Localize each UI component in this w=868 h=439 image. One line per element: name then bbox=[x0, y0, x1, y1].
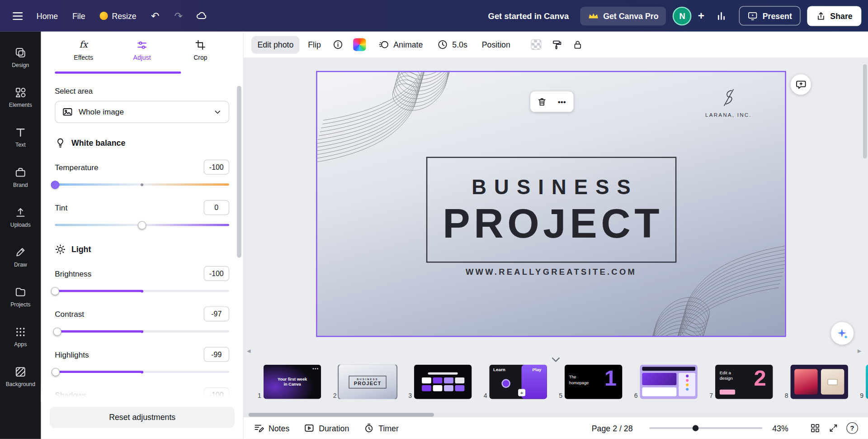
zoom-slider[interactable] bbox=[649, 427, 762, 429]
scroll-right-arrow[interactable]: ▶ bbox=[858, 348, 861, 353]
sidebar-item-brand[interactable]: Brand bbox=[0, 157, 41, 197]
background-icon bbox=[14, 366, 27, 378]
page-thumbnail-9[interactable]: Find inspiration bbox=[866, 365, 868, 399]
resize-button[interactable]: Resize bbox=[93, 6, 143, 25]
page-thumbnail-2-selected[interactable]: BUSINESS PROJECT bbox=[339, 365, 396, 399]
tint-value-input[interactable]: 0 bbox=[204, 200, 229, 215]
contrast-value-input[interactable]: -97 bbox=[204, 306, 229, 321]
notes-button[interactable]: Notes bbox=[254, 423, 289, 433]
canvas-toolbar: Edit photo Flip Animate 5.0s Position bbox=[244, 32, 868, 58]
file-menu-button[interactable]: File bbox=[66, 6, 92, 25]
brand-block[interactable]: LARANA, INC. bbox=[695, 87, 762, 118]
page-thumbnail-3[interactable] bbox=[414, 365, 472, 399]
effects-icon: fx bbox=[80, 38, 88, 51]
sidebar-item-design[interactable]: Design bbox=[0, 37, 41, 77]
brightness-value-input[interactable]: -100 bbox=[204, 266, 229, 281]
thumbnail-title-box: BUSINESS PROJECT bbox=[349, 376, 387, 388]
shadows-value-input[interactable]: -100 bbox=[204, 387, 229, 402]
zoom-slider-thumb[interactable] bbox=[692, 425, 698, 431]
filmstrip-scrollbar-track[interactable] bbox=[244, 413, 868, 417]
notes-label: Notes bbox=[269, 424, 289, 433]
add-member-button[interactable]: + bbox=[693, 5, 709, 27]
brightness-slider[interactable] bbox=[55, 286, 229, 296]
highlights-slider[interactable] bbox=[55, 367, 229, 377]
page-thumbnail-1[interactable]: Your first week in Canva ••• bbox=[264, 365, 321, 399]
animate-icon bbox=[378, 39, 389, 50]
duration-toolbar-button[interactable]: Duration bbox=[304, 423, 349, 433]
highlights-value-input[interactable]: -99 bbox=[204, 347, 229, 362]
tab-effects[interactable]: fx Effects bbox=[64, 38, 103, 73]
page-indicator[interactable]: Page 2 / 28 bbox=[592, 424, 633, 433]
brand-name: LARANA, INC. bbox=[695, 112, 762, 118]
timer-button[interactable]: Timer bbox=[363, 423, 399, 433]
fullscreen-button[interactable] bbox=[828, 423, 839, 433]
collapse-filmstrip-button[interactable] bbox=[552, 356, 561, 364]
timer-label: Timer bbox=[378, 424, 399, 433]
thumbnail-menu-icon[interactable]: ••• bbox=[312, 366, 319, 371]
sidebar-item-text[interactable]: Text bbox=[0, 117, 41, 157]
document-title[interactable]: Get started in Canva bbox=[488, 11, 569, 20]
page-thumbnail-6[interactable] bbox=[640, 365, 698, 399]
transparency-button[interactable] bbox=[531, 39, 541, 50]
grid-view-icon bbox=[810, 423, 820, 433]
projects-icon bbox=[14, 286, 27, 298]
zoom-level[interactable]: 43% bbox=[772, 424, 793, 433]
tab-label: Adjust bbox=[133, 54, 151, 61]
page-thumbnail-8[interactable] bbox=[791, 365, 848, 399]
page-thumbnail-7[interactable]: Edit a design 2 bbox=[715, 365, 773, 399]
temperature-value-input[interactable]: -100 bbox=[204, 160, 229, 175]
edit-photo-button[interactable]: Edit photo bbox=[251, 36, 300, 53]
tint-slider[interactable] bbox=[55, 220, 229, 229]
page-thumbnail-5[interactable]: The homepage 1 bbox=[565, 365, 622, 399]
share-label: Share bbox=[830, 11, 852, 20]
delete-button[interactable] bbox=[533, 93, 551, 110]
sidebar-item-background[interactable]: Background bbox=[0, 356, 41, 396]
page-cell: 9 Find inspiration bbox=[856, 365, 868, 399]
home-button[interactable]: Home bbox=[30, 6, 65, 25]
vertical-scrollbar[interactable] bbox=[863, 64, 867, 158]
contrast-slider[interactable] bbox=[55, 327, 229, 336]
filmstrip-scrollbar-thumb[interactable] bbox=[249, 413, 434, 417]
page-thumbnail-4[interactable]: Learn Play + bbox=[489, 365, 547, 399]
avatar[interactable]: N bbox=[673, 6, 692, 25]
animate-button[interactable]: Animate bbox=[373, 35, 429, 54]
page-cell: 6 bbox=[630, 365, 697, 399]
info-button[interactable] bbox=[329, 35, 346, 54]
select-area-dropdown[interactable]: Whole image bbox=[55, 101, 229, 123]
sidebar-item-projects[interactable]: Projects bbox=[0, 277, 41, 316]
present-icon bbox=[748, 10, 758, 21]
flip-button[interactable]: Flip bbox=[302, 36, 327, 53]
tab-crop[interactable]: Crop bbox=[181, 38, 220, 73]
canvas-area[interactable]: LARANA, INC. BUSINESS PROJECT WWW.REALLY… bbox=[244, 57, 868, 354]
insights-button[interactable] bbox=[711, 5, 733, 27]
main-menu-button[interactable] bbox=[7, 5, 29, 27]
color-picker-tile[interactable] bbox=[353, 38, 366, 51]
more-options-button[interactable]: ••• bbox=[553, 93, 571, 110]
temperature-slider[interactable] bbox=[55, 180, 229, 189]
website-text[interactable]: WWW.REALLYGREATSITE.COM bbox=[317, 267, 785, 277]
share-button[interactable]: Share bbox=[807, 6, 861, 26]
grid-view-button[interactable] bbox=[810, 423, 820, 433]
present-button[interactable]: Present bbox=[739, 6, 800, 25]
sidebar-item-apps[interactable]: Apps bbox=[0, 316, 41, 356]
sidebar-item-elements[interactable]: Elements bbox=[0, 77, 41, 117]
sidebar-item-draw[interactable]: Draw bbox=[0, 237, 41, 277]
panel-scrollbar[interactable] bbox=[237, 86, 241, 258]
magic-assistant-button[interactable] bbox=[831, 322, 854, 344]
lock-button[interactable] bbox=[572, 39, 583, 50]
reset-adjustments-button[interactable]: Reset adjustments bbox=[50, 407, 235, 428]
undo-button[interactable]: ↶ bbox=[144, 5, 166, 27]
title-box[interactable]: BUSINESS PROJECT bbox=[426, 157, 676, 263]
scroll-left-arrow[interactable]: ◀ bbox=[247, 348, 250, 353]
add-comment-button[interactable] bbox=[791, 74, 811, 95]
get-canva-pro-button[interactable]: Get Canva Pro bbox=[580, 6, 666, 25]
help-button[interactable]: ? bbox=[846, 422, 858, 434]
crop-icon bbox=[195, 38, 206, 51]
sidebar-item-uploads[interactable]: Uploads bbox=[0, 197, 41, 237]
present-label: Present bbox=[763, 11, 792, 20]
redo-button[interactable]: ↷ bbox=[167, 5, 189, 27]
tab-adjust[interactable]: Adjust bbox=[123, 38, 161, 73]
duration-button[interactable]: 5.0s bbox=[431, 35, 474, 54]
copy-style-button[interactable] bbox=[551, 39, 562, 50]
position-button[interactable]: Position bbox=[476, 36, 516, 53]
